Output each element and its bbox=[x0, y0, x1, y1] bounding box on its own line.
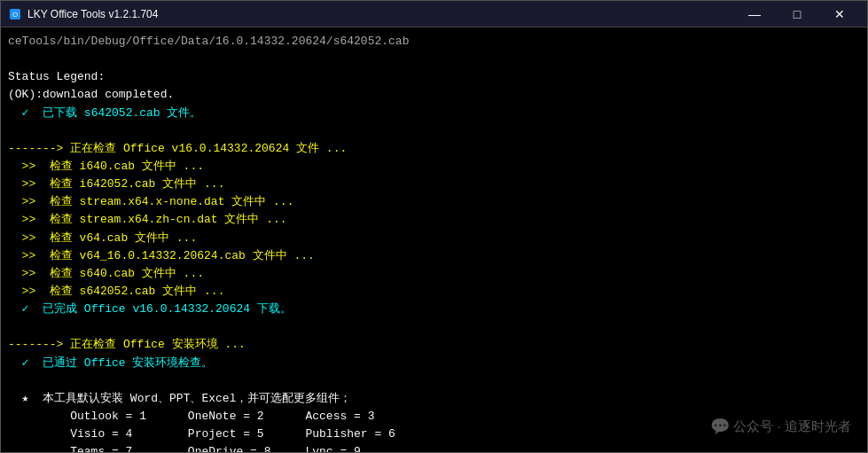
terminal-line-status-legend: Status Legend: bbox=[8, 68, 860, 86]
maximize-button[interactable]: □ bbox=[777, 1, 817, 27]
svg-text:O: O bbox=[12, 11, 18, 19]
title-bar: O LKY Office Tools v1.2.1.704 — □ ✕ bbox=[1, 1, 867, 27]
main-window: O LKY Office Tools v1.2.1.704 — □ ✕ ceTo… bbox=[0, 0, 868, 453]
terminal-line-v64: >> 检查 v64.cab 文件中 ... bbox=[8, 230, 860, 247]
terminal-line-i642052: >> 检查 i642052.cab 文件中 ... bbox=[8, 176, 860, 193]
terminal-line-blank3 bbox=[8, 318, 860, 336]
path-line: ceTools/bin/Debug/Office/Data/16.0.14332… bbox=[8, 33, 860, 51]
terminal-line-star-note: ★ 本工具默认安装 Word、PPT、Excel，并可选配更多组件； bbox=[8, 390, 860, 408]
terminal-line-checking-env: -------> 正在检查 Office 安装环境 ... bbox=[8, 336, 860, 354]
minimize-button[interactable]: — bbox=[734, 1, 775, 27]
window-title: LKY Office Tools v1.2.1.704 bbox=[27, 8, 158, 20]
terminal-line-components-row2: Visio = 4 Project = 5 Publisher = 6 bbox=[8, 426, 860, 443]
terminal-line-env-pass: ✓ 已通过 Office 安装环境检查。 bbox=[8, 355, 860, 372]
terminal-line-stream-x64-zhcn: >> 检查 stream.x64.zh-cn.dat 文件中 ... bbox=[8, 211, 860, 229]
terminal-line-blank1 bbox=[8, 51, 860, 68]
app-icon: O bbox=[8, 7, 22, 21]
terminal-line-i640: >> 检查 i640.cab 文件中 ... bbox=[8, 158, 860, 176]
terminal-line-checking-files: -------> 正在检查 Office v16.0.14332.20624 文… bbox=[8, 140, 860, 158]
terminal-line-v64-full: >> 检查 v64_16.0.14332.20624.cab 文件中 ... bbox=[8, 247, 860, 265]
terminal-body: ceTools/bin/Debug/Office/Data/16.0.14332… bbox=[1, 27, 867, 452]
terminal-line-s642052: >> 检查 s642052.cab 文件中 ... bbox=[8, 283, 860, 301]
terminal-line-s640: >> 检查 s640.cab 文件中 ... bbox=[8, 265, 860, 283]
terminal-line-blank4 bbox=[8, 372, 860, 390]
terminal-line-components-row3: Teams = 7 OneDrive = 8 Lync = 9 bbox=[8, 443, 860, 452]
title-bar-left: O LKY Office Tools v1.2.1.704 bbox=[8, 7, 158, 21]
window-controls: — □ ✕ bbox=[734, 1, 860, 27]
terminal-line-downloaded: ✓ 已下载 s642052.cab 文件。 bbox=[8, 105, 860, 122]
terminal-line-components-row1: Outlook = 1 OneNote = 2 Access = 3 bbox=[8, 408, 860, 426]
terminal-line-ok: (OK):download completed. bbox=[8, 86, 860, 104]
terminal-line-stream-x64-none: >> 检查 stream.x64.x-none.dat 文件中 ... bbox=[8, 193, 860, 211]
close-button[interactable]: ✕ bbox=[819, 1, 860, 27]
terminal-line-download-complete: ✓ 已完成 Office v16.0.14332.20624 下载。 bbox=[8, 301, 860, 318]
terminal-line-blank2 bbox=[8, 122, 860, 140]
